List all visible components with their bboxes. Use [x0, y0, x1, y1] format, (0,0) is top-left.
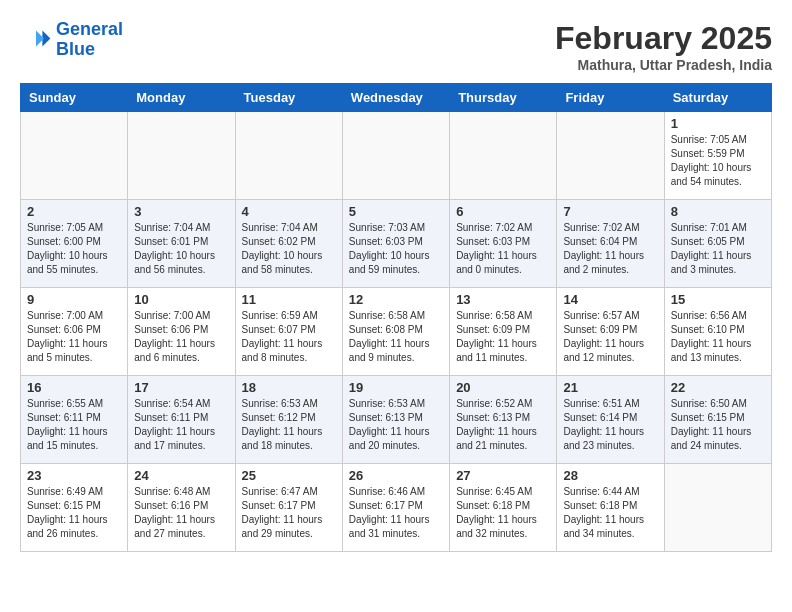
- day-info: Sunrise: 6:49 AM Sunset: 6:15 PM Dayligh…: [27, 485, 121, 541]
- day-info: Sunrise: 6:50 AM Sunset: 6:15 PM Dayligh…: [671, 397, 765, 453]
- logo-text: General Blue: [56, 20, 123, 60]
- day-number: 6: [456, 204, 550, 219]
- day-info: Sunrise: 6:45 AM Sunset: 6:18 PM Dayligh…: [456, 485, 550, 541]
- day-number: 4: [242, 204, 336, 219]
- day-number: 23: [27, 468, 121, 483]
- day-info: Sunrise: 6:58 AM Sunset: 6:09 PM Dayligh…: [456, 309, 550, 365]
- table-row: [450, 112, 557, 200]
- day-number: 26: [349, 468, 443, 483]
- day-info: Sunrise: 7:01 AM Sunset: 6:05 PM Dayligh…: [671, 221, 765, 277]
- table-row: 28Sunrise: 6:44 AM Sunset: 6:18 PM Dayli…: [557, 464, 664, 552]
- day-number: 20: [456, 380, 550, 395]
- day-info: Sunrise: 7:00 AM Sunset: 6:06 PM Dayligh…: [27, 309, 121, 365]
- day-number: 9: [27, 292, 121, 307]
- day-info: Sunrise: 6:58 AM Sunset: 6:08 PM Dayligh…: [349, 309, 443, 365]
- table-row: 10Sunrise: 7:00 AM Sunset: 6:06 PM Dayli…: [128, 288, 235, 376]
- day-number: 14: [563, 292, 657, 307]
- day-header-wednesday: Wednesday: [342, 84, 449, 112]
- day-info: Sunrise: 7:04 AM Sunset: 6:02 PM Dayligh…: [242, 221, 336, 277]
- day-info: Sunrise: 7:02 AM Sunset: 6:03 PM Dayligh…: [456, 221, 550, 277]
- logo: General Blue: [20, 20, 123, 60]
- day-number: 12: [349, 292, 443, 307]
- table-row: 19Sunrise: 6:53 AM Sunset: 6:13 PM Dayli…: [342, 376, 449, 464]
- table-row: 11Sunrise: 6:59 AM Sunset: 6:07 PM Dayli…: [235, 288, 342, 376]
- table-row: 9Sunrise: 7:00 AM Sunset: 6:06 PM Daylig…: [21, 288, 128, 376]
- day-number: 24: [134, 468, 228, 483]
- day-number: 25: [242, 468, 336, 483]
- day-info: Sunrise: 6:52 AM Sunset: 6:13 PM Dayligh…: [456, 397, 550, 453]
- table-row: 26Sunrise: 6:46 AM Sunset: 6:17 PM Dayli…: [342, 464, 449, 552]
- day-number: 7: [563, 204, 657, 219]
- table-row: [664, 464, 771, 552]
- table-row: [128, 112, 235, 200]
- table-row: 1Sunrise: 7:05 AM Sunset: 5:59 PM Daylig…: [664, 112, 771, 200]
- day-info: Sunrise: 6:54 AM Sunset: 6:11 PM Dayligh…: [134, 397, 228, 453]
- day-number: 1: [671, 116, 765, 131]
- day-number: 5: [349, 204, 443, 219]
- table-row: 22Sunrise: 6:50 AM Sunset: 6:15 PM Dayli…: [664, 376, 771, 464]
- table-row: 20Sunrise: 6:52 AM Sunset: 6:13 PM Dayli…: [450, 376, 557, 464]
- day-info: Sunrise: 6:44 AM Sunset: 6:18 PM Dayligh…: [563, 485, 657, 541]
- header: General Blue February 2025 Mathura, Utta…: [20, 20, 772, 73]
- day-info: Sunrise: 6:48 AM Sunset: 6:16 PM Dayligh…: [134, 485, 228, 541]
- day-number: 2: [27, 204, 121, 219]
- day-number: 10: [134, 292, 228, 307]
- table-row: 16Sunrise: 6:55 AM Sunset: 6:11 PM Dayli…: [21, 376, 128, 464]
- table-row: 18Sunrise: 6:53 AM Sunset: 6:12 PM Dayli…: [235, 376, 342, 464]
- day-number: 3: [134, 204, 228, 219]
- day-info: Sunrise: 7:05 AM Sunset: 6:00 PM Dayligh…: [27, 221, 121, 277]
- day-header-sunday: Sunday: [21, 84, 128, 112]
- day-info: Sunrise: 6:57 AM Sunset: 6:09 PM Dayligh…: [563, 309, 657, 365]
- table-row: 17Sunrise: 6:54 AM Sunset: 6:11 PM Dayli…: [128, 376, 235, 464]
- day-header-tuesday: Tuesday: [235, 84, 342, 112]
- day-info: Sunrise: 7:00 AM Sunset: 6:06 PM Dayligh…: [134, 309, 228, 365]
- day-info: Sunrise: 6:51 AM Sunset: 6:14 PM Dayligh…: [563, 397, 657, 453]
- day-info: Sunrise: 7:05 AM Sunset: 5:59 PM Dayligh…: [671, 133, 765, 189]
- day-number: 18: [242, 380, 336, 395]
- day-header-friday: Friday: [557, 84, 664, 112]
- day-info: Sunrise: 6:46 AM Sunset: 6:17 PM Dayligh…: [349, 485, 443, 541]
- logo-icon: [20, 24, 52, 56]
- day-info: Sunrise: 6:47 AM Sunset: 6:17 PM Dayligh…: [242, 485, 336, 541]
- day-info: Sunrise: 6:53 AM Sunset: 6:13 PM Dayligh…: [349, 397, 443, 453]
- day-number: 19: [349, 380, 443, 395]
- table-row: 27Sunrise: 6:45 AM Sunset: 6:18 PM Dayli…: [450, 464, 557, 552]
- page-container: General Blue February 2025 Mathura, Utta…: [0, 0, 792, 562]
- table-row: 14Sunrise: 6:57 AM Sunset: 6:09 PM Dayli…: [557, 288, 664, 376]
- day-number: 22: [671, 380, 765, 395]
- day-info: Sunrise: 7:04 AM Sunset: 6:01 PM Dayligh…: [134, 221, 228, 277]
- table-row: 23Sunrise: 6:49 AM Sunset: 6:15 PM Dayli…: [21, 464, 128, 552]
- day-number: 13: [456, 292, 550, 307]
- title-area: February 2025 Mathura, Uttar Pradesh, In…: [555, 20, 772, 73]
- table-row: 25Sunrise: 6:47 AM Sunset: 6:17 PM Dayli…: [235, 464, 342, 552]
- table-row: 21Sunrise: 6:51 AM Sunset: 6:14 PM Dayli…: [557, 376, 664, 464]
- table-row: 2Sunrise: 7:05 AM Sunset: 6:00 PM Daylig…: [21, 200, 128, 288]
- month-title: February 2025: [555, 20, 772, 57]
- logo-line2: Blue: [56, 39, 95, 59]
- calendar-table: SundayMondayTuesdayWednesdayThursdayFrid…: [20, 83, 772, 552]
- day-info: Sunrise: 6:55 AM Sunset: 6:11 PM Dayligh…: [27, 397, 121, 453]
- day-info: Sunrise: 6:56 AM Sunset: 6:10 PM Dayligh…: [671, 309, 765, 365]
- table-row: 15Sunrise: 6:56 AM Sunset: 6:10 PM Dayli…: [664, 288, 771, 376]
- location: Mathura, Uttar Pradesh, India: [555, 57, 772, 73]
- day-info: Sunrise: 6:53 AM Sunset: 6:12 PM Dayligh…: [242, 397, 336, 453]
- table-row: [235, 112, 342, 200]
- day-header-thursday: Thursday: [450, 84, 557, 112]
- day-header-saturday: Saturday: [664, 84, 771, 112]
- day-info: Sunrise: 7:02 AM Sunset: 6:04 PM Dayligh…: [563, 221, 657, 277]
- table-row: 13Sunrise: 6:58 AM Sunset: 6:09 PM Dayli…: [450, 288, 557, 376]
- day-number: 28: [563, 468, 657, 483]
- day-number: 21: [563, 380, 657, 395]
- day-number: 11: [242, 292, 336, 307]
- table-row: 8Sunrise: 7:01 AM Sunset: 6:05 PM Daylig…: [664, 200, 771, 288]
- day-info: Sunrise: 6:59 AM Sunset: 6:07 PM Dayligh…: [242, 309, 336, 365]
- day-info: Sunrise: 7:03 AM Sunset: 6:03 PM Dayligh…: [349, 221, 443, 277]
- day-number: 17: [134, 380, 228, 395]
- day-number: 16: [27, 380, 121, 395]
- table-row: [21, 112, 128, 200]
- table-row: 5Sunrise: 7:03 AM Sunset: 6:03 PM Daylig…: [342, 200, 449, 288]
- day-number: 8: [671, 204, 765, 219]
- day-header-monday: Monday: [128, 84, 235, 112]
- table-row: 24Sunrise: 6:48 AM Sunset: 6:16 PM Dayli…: [128, 464, 235, 552]
- table-row: 12Sunrise: 6:58 AM Sunset: 6:08 PM Dayli…: [342, 288, 449, 376]
